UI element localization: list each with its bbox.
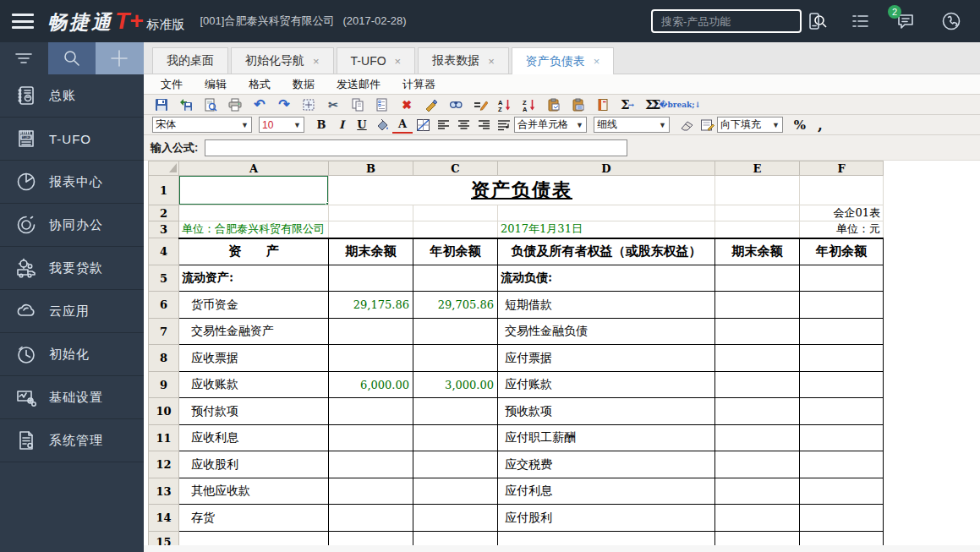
- close-icon[interactable]: ×: [488, 55, 495, 68]
- cell[interactable]: [800, 265, 884, 292]
- font-size-select[interactable]: 10▼: [259, 117, 304, 133]
- sidebar-item-cloud-apps[interactable]: 云应用: [0, 290, 144, 333]
- cell[interactable]: [413, 345, 498, 372]
- header-begin-balance2[interactable]: 年初余额: [800, 238, 884, 265]
- row-header[interactable]: 1: [149, 176, 179, 205]
- italic-button[interactable]: I: [331, 117, 352, 134]
- cell[interactable]: [800, 176, 884, 205]
- format-painter-icon[interactable]: [422, 96, 441, 113]
- cell[interactable]: 存货: [179, 505, 329, 532]
- cell[interactable]: 应收利息: [179, 425, 329, 451]
- cell[interactable]: [413, 398, 498, 425]
- cell[interactable]: [413, 205, 498, 221]
- cell[interactable]: [413, 319, 498, 345]
- cell[interactable]: [800, 451, 884, 478]
- wrap-text-icon[interactable]: [494, 117, 514, 134]
- sum-row-icon[interactable]: Σ�break;↓: [667, 96, 686, 113]
- copy-icon[interactable]: [348, 96, 367, 113]
- cell[interactable]: [715, 451, 800, 478]
- sidebar-item-tufo[interactable]: T-UFO T-UFO: [0, 118, 144, 161]
- cell[interactable]: 应付利息: [498, 478, 715, 505]
- menu-send-mail[interactable]: 发送邮件: [337, 77, 381, 92]
- cell[interactable]: [329, 319, 413, 345]
- tab-init-nav[interactable]: 初始化导航×: [231, 47, 334, 74]
- cell[interactable]: 6,000.00: [329, 372, 413, 398]
- cell[interactable]: 应交税费: [498, 451, 715, 478]
- cell[interactable]: 应付票据: [498, 345, 715, 372]
- cell[interactable]: [413, 265, 498, 292]
- find-icon[interactable]: [446, 96, 465, 113]
- delete-icon[interactable]: ✖: [397, 96, 416, 113]
- cell[interactable]: [715, 176, 800, 205]
- close-icon[interactable]: ×: [594, 55, 600, 68]
- row-header[interactable]: 13: [149, 478, 179, 505]
- cell[interactable]: 应收股利: [179, 451, 329, 478]
- sidebar-item-initialization[interactable]: 初始化: [0, 333, 144, 376]
- select-all-corner[interactable]: [149, 161, 179, 176]
- cell[interactable]: [715, 425, 800, 451]
- cell[interactable]: [413, 505, 498, 532]
- edit-formula-icon[interactable]: [471, 96, 490, 113]
- cell[interactable]: 应付股利: [498, 505, 715, 532]
- cell[interactable]: 29,175.86: [329, 292, 413, 319]
- row-header[interactable]: 5: [149, 265, 179, 292]
- row-header[interactable]: 14: [149, 505, 179, 532]
- sidebar-item-loan[interactable]: 我要贷款: [0, 247, 144, 290]
- sort-descending-icon[interactable]: ZA: [520, 96, 539, 113]
- menu-edit[interactable]: 编辑: [205, 77, 227, 92]
- row-header[interactable]: 3: [149, 221, 179, 238]
- cell[interactable]: 29,705.86: [413, 292, 498, 319]
- cell[interactable]: [715, 478, 800, 505]
- paste-value-icon[interactable]: [545, 96, 563, 113]
- header-begin-balance[interactable]: 年初余额: [413, 238, 498, 265]
- sidebar-search-icon[interactable]: [48, 42, 96, 74]
- row-header[interactable]: 10: [149, 398, 179, 425]
- menu-calculator[interactable]: 计算器: [402, 77, 435, 92]
- cell[interactable]: 其他应收款: [179, 478, 329, 505]
- cell[interactable]: 应收账款: [179, 372, 329, 398]
- cell[interactable]: [329, 345, 413, 372]
- cell[interactable]: [329, 505, 413, 532]
- fill-direction-select[interactable]: 向下填充▼: [717, 117, 783, 133]
- save-icon[interactable]: [152, 96, 171, 113]
- cell[interactable]: [800, 372, 884, 398]
- cell[interactable]: [715, 292, 800, 319]
- column-header-e[interactable]: E: [715, 161, 800, 176]
- select-area-icon[interactable]: [299, 96, 318, 113]
- font-color-icon[interactable]: A: [392, 117, 413, 134]
- tab-my-desktop[interactable]: 我的桌面: [152, 47, 228, 74]
- eraser-icon[interactable]: [676, 117, 697, 134]
- column-header-f[interactable]: F: [800, 161, 884, 176]
- row-header[interactable]: 8: [149, 345, 179, 372]
- cell[interactable]: 预收款项: [498, 398, 715, 425]
- cell[interactable]: [329, 425, 413, 451]
- cell[interactable]: [329, 221, 413, 238]
- row-header[interactable]: 7: [149, 319, 179, 345]
- merge-cells-select[interactable]: 合并单元格▼: [514, 117, 587, 133]
- line-style-select[interactable]: 细线▼: [594, 117, 670, 133]
- cell[interactable]: 应收票据: [179, 345, 329, 372]
- format-cells-icon[interactable]: [697, 117, 717, 134]
- tab-tufo[interactable]: T-UFO×: [337, 47, 416, 74]
- row-header[interactable]: 11: [149, 425, 179, 451]
- cell[interactable]: [800, 505, 884, 532]
- filter-icon[interactable]: [0, 42, 48, 74]
- cell[interactable]: 交易性金融负债: [498, 319, 715, 345]
- cell[interactable]: [413, 451, 498, 478]
- column-header-a[interactable]: A: [179, 161, 329, 176]
- header-liability[interactable]: 负债及所有者权益（或股东权益）: [498, 238, 715, 265]
- fill-handle[interactable]: [326, 202, 329, 205]
- save-all-icon[interactable]: [177, 96, 195, 113]
- comma-style-button[interactable]: ,: [810, 117, 830, 134]
- close-icon[interactable]: ×: [313, 55, 320, 68]
- sidebar-item-collaboration[interactable]: 协同办公: [0, 204, 144, 247]
- undo-icon[interactable]: ↶: [250, 96, 269, 113]
- cell[interactable]: [715, 345, 800, 372]
- underline-button[interactable]: U: [352, 117, 372, 134]
- chat-icon[interactable]: 2: [895, 11, 916, 31]
- fill-color-icon[interactable]: [372, 117, 392, 134]
- header-end-balance2[interactable]: 期末余额: [715, 238, 800, 265]
- tasklist-icon[interactable]: [850, 11, 870, 31]
- cell[interactable]: [715, 372, 800, 398]
- column-header-d[interactable]: D: [498, 161, 715, 176]
